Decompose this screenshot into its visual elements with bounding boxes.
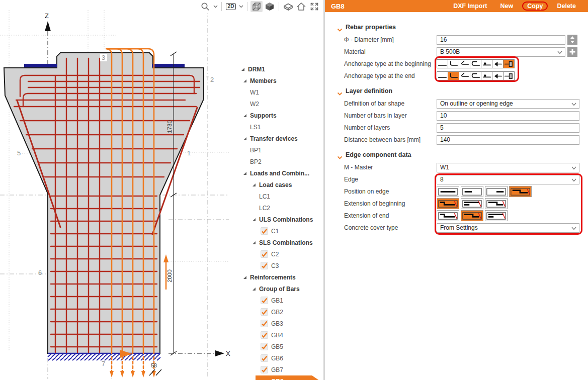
position-option-3[interactable]	[485, 186, 508, 197]
section-header[interactable]: Rebar properties	[325, 21, 588, 34]
tree-expander-icon[interactable]	[253, 218, 256, 221]
search-button[interactable]	[199, 1, 211, 12]
home-view-button[interactable]	[295, 1, 307, 12]
tree-item-load-cases[interactable]: Load cases	[230, 179, 323, 191]
layers-field[interactable]: 5	[437, 123, 579, 133]
position-option-4[interactable]	[509, 186, 532, 197]
tree-item-members[interactable]: Members	[230, 75, 323, 86]
anchorage-option-2[interactable]	[448, 71, 459, 80]
tree-item-gb1[interactable]: GB1	[230, 295, 323, 306]
tree-item-gb2[interactable]: GB2	[230, 306, 323, 318]
anchorage-option-6[interactable]	[492, 71, 503, 80]
tree-item-c2[interactable]: C2	[230, 248, 323, 260]
position-option-2[interactable]	[461, 210, 483, 221]
tree-item-ls1[interactable]: LS1	[230, 121, 323, 133]
dxf-import-button[interactable]: DXF Import	[453, 3, 487, 10]
tree-item-w2[interactable]: W2	[230, 98, 323, 110]
delete-button[interactable]: Delete	[557, 3, 576, 10]
section-header[interactable]: Edge component data	[325, 148, 588, 161]
new-button[interactable]: New	[500, 3, 514, 10]
tree-item-loads-and-combin-[interactable]: Loads and Combin...	[230, 167, 323, 179]
tree-item-gb7[interactable]: GB7	[230, 364, 323, 375]
tree-checkbox[interactable]	[261, 308, 268, 316]
spinner-up-icon[interactable]	[570, 36, 574, 39]
search-dropdown-chevron[interactable]	[212, 1, 218, 12]
tree-item-reinforcements[interactable]: Reinforcements	[230, 271, 323, 283]
anchorage-option-3[interactable]	[459, 71, 470, 80]
spinner-down-icon[interactable]	[570, 41, 574, 43]
diameter-field[interactable]: 16	[437, 35, 565, 45]
value-spinner[interactable]	[567, 35, 577, 45]
copy-button[interactable]: Copy	[522, 2, 548, 11]
tree-item-gb8[interactable]: GB8	[230, 375, 323, 380]
tree-item-drm1[interactable]: DRM1	[230, 63, 323, 75]
tree-expander-icon[interactable]	[253, 183, 256, 186]
anchorage-option-5[interactable]	[481, 59, 492, 68]
tree-expander-icon[interactable]	[243, 79, 246, 82]
position-option-2[interactable]	[461, 198, 483, 209]
tree-item-c1[interactable]: C1	[230, 225, 323, 237]
anchorage-option-3[interactable]	[459, 59, 470, 68]
bearing-plate[interactable]	[24, 64, 57, 67]
bars-in-layer-field[interactable]: 10	[437, 111, 579, 121]
tree-checkbox[interactable]	[261, 366, 268, 373]
edge-select[interactable]: 8	[437, 175, 579, 184]
material-select[interactable]: B 500B	[437, 47, 565, 57]
tree-checkbox[interactable]	[261, 297, 268, 304]
tree-checkbox[interactable]	[261, 354, 268, 362]
anchorage-option-2[interactable]	[448, 59, 459, 68]
tree-checkbox[interactable]	[261, 262, 268, 269]
tree-expander-icon[interactable]	[241, 68, 244, 71]
tree-expander-icon[interactable]	[253, 241, 256, 244]
position-option-3[interactable]	[485, 198, 508, 209]
tree-item-bp1[interactable]: BP1	[230, 144, 323, 156]
tree-checkbox[interactable]	[261, 320, 268, 327]
tree-checkbox[interactable]	[261, 250, 268, 258]
tree-item-gb6[interactable]: GB6	[230, 352, 323, 364]
tree-item-gb3[interactable]: GB3	[230, 318, 323, 329]
anchorage-option-7[interactable]	[503, 71, 515, 80]
zoom-fit-button[interactable]	[308, 1, 320, 12]
position-option-2[interactable]	[461, 186, 483, 197]
tree-item-c3[interactable]: C3	[230, 260, 323, 271]
viewport-canvas[interactable]: 1730200058ZX321567 2D DRM1MembersW1W2Sup…	[0, 0, 323, 380]
view-mode-button[interactable]: 2D	[225, 1, 237, 12]
anchorage-option-6[interactable]	[492, 59, 503, 68]
tree-item-uls-combinations[interactable]: ULS Combinations	[230, 214, 323, 225]
tree-expander-icon[interactable]	[243, 114, 246, 117]
tree-expander-icon[interactable]	[243, 276, 246, 279]
tree-checkbox[interactable]	[261, 343, 268, 350]
tree-expander-icon[interactable]	[243, 172, 246, 175]
position-option-1[interactable]	[437, 210, 459, 221]
wireframe-view-button[interactable]	[250, 1, 263, 12]
tree-expander-icon[interactable]	[253, 288, 256, 291]
tree-item-group-of-bars[interactable]: Group of Bars	[230, 283, 323, 295]
tree-checkbox[interactable]	[261, 331, 268, 339]
clipping-view-button[interactable]	[282, 1, 294, 12]
tree-item-sls-combinations[interactable]: SLS Combinations	[230, 237, 323, 248]
position-option-1[interactable]	[437, 198, 459, 209]
section-header[interactable]: Layer definition	[325, 84, 588, 98]
bar-shape-select[interactable]: On outline or opening edge	[437, 99, 579, 109]
position-option-1[interactable]	[437, 186, 459, 197]
view-mode-chevron[interactable]	[238, 1, 244, 12]
tree-checkbox[interactable]	[261, 227, 268, 235]
anchorage-option-1[interactable]	[437, 59, 448, 68]
tree-item-lc2[interactable]: LC2	[230, 202, 323, 214]
tree-item-supports[interactable]: Supports	[230, 110, 323, 121]
tree-item-gb5[interactable]: GB5	[230, 341, 323, 352]
solid-view-button[interactable]	[264, 1, 276, 12]
tree-expander-icon[interactable]	[243, 137, 246, 140]
bearing-plate[interactable]	[152, 64, 185, 67]
tree-item-transfer-devices[interactable]: Transfer devices	[230, 133, 323, 144]
anchorage-option-4[interactable]	[470, 59, 481, 68]
cover-type-select[interactable]: From Settings	[437, 223, 579, 233]
tree-item-w1[interactable]: W1	[230, 86, 323, 98]
anchorage-option-5[interactable]	[481, 71, 492, 80]
position-option-3[interactable]	[485, 210, 508, 221]
tree-item-bp2[interactable]: BP2	[230, 156, 323, 167]
anchorage-option-4[interactable]	[470, 71, 481, 80]
tree-item-lc1[interactable]: LC1	[230, 191, 323, 202]
bar-distance-field[interactable]: 140	[437, 135, 579, 145]
add-material-button[interactable]	[567, 47, 577, 57]
